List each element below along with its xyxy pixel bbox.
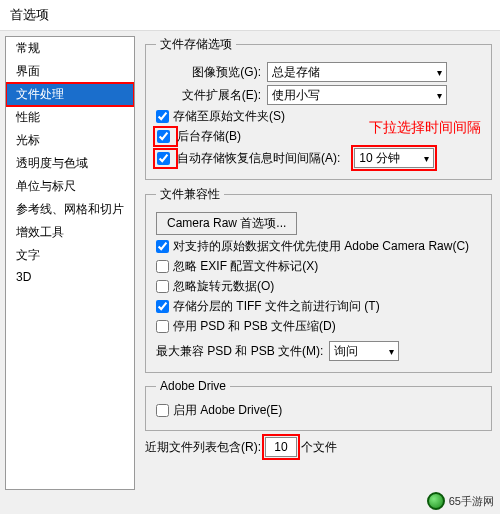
sidebar-item-interface[interactable]: 界面 (6, 60, 134, 83)
main-container: 常规 界面 文件处理 性能 光标 透明度与色域 单位与标尺 参考线、网格和切片 … (0, 31, 500, 495)
sidebar-item-performance[interactable]: 性能 (6, 106, 134, 129)
disable-psd-label: 停用 PSD 和 PSB 文件压缩(D) (173, 318, 336, 335)
save-original-label: 存储至原始文件夹(S) (173, 108, 285, 125)
chevron-down-icon: ▾ (389, 346, 394, 357)
chevron-down-icon: ▾ (424, 153, 429, 164)
file-compat-legend: 文件兼容性 (156, 186, 224, 203)
camera-raw-prefs-button[interactable]: Camera Raw 首选项... (156, 212, 297, 235)
file-extension-value: 使用小写 (272, 87, 320, 104)
background-save-checkbox[interactable] (157, 130, 170, 143)
disable-psd-checkbox[interactable] (156, 320, 169, 333)
chevron-down-icon: ▾ (437, 90, 442, 101)
logo-icon (427, 492, 445, 510)
sidebar-item-3d[interactable]: 3D (6, 267, 134, 287)
auto-save-checkbox[interactable] (157, 152, 170, 165)
ignore-rotation-checkbox[interactable] (156, 280, 169, 293)
watermark-text: 65手游网 (449, 494, 494, 509)
ask-tiff-checkbox[interactable] (156, 300, 169, 313)
max-compat-select[interactable]: 询问 ▾ (329, 341, 399, 361)
adobe-drive-legend: Adobe Drive (156, 379, 230, 393)
recent-files-suffix: 个文件 (301, 439, 337, 456)
auto-save-interval-select[interactable]: 10 分钟 ▾ (354, 148, 434, 168)
sidebar-item-general[interactable]: 常规 (6, 37, 134, 60)
sidebar-item-plugins[interactable]: 增效工具 (6, 221, 134, 244)
enable-drive-checkbox[interactable] (156, 404, 169, 417)
file-extension-label: 文件扩展名(E): (176, 87, 261, 104)
chevron-down-icon: ▾ (437, 67, 442, 78)
watermark: 65手游网 (427, 492, 494, 510)
file-storage-section: 文件存储选项 下拉选择时间间隔 图像预览(G): 总是存储 ▾ 文件扩展名(E)… (145, 36, 492, 180)
auto-save-label: 自动存储恢复信息时间间隔(A): (177, 150, 340, 167)
enable-drive-label: 启用 Adobe Drive(E) (173, 402, 282, 419)
sidebar: 常规 界面 文件处理 性能 光标 透明度与色域 单位与标尺 参考线、网格和切片 … (5, 36, 135, 490)
sidebar-item-units[interactable]: 单位与标尺 (6, 175, 134, 198)
sidebar-item-cursors[interactable]: 光标 (6, 129, 134, 152)
prefer-raw-checkbox[interactable] (156, 240, 169, 253)
image-preview-select[interactable]: 总是存储 ▾ (267, 62, 447, 82)
prefer-raw-label: 对支持的原始数据文件优先使用 Adobe Camera Raw(C) (173, 238, 469, 255)
ignore-exif-checkbox[interactable] (156, 260, 169, 273)
adobe-drive-section: Adobe Drive 启用 Adobe Drive(E) (145, 379, 492, 431)
max-compat-label: 最大兼容 PSD 和 PSB 文件(M): (156, 343, 323, 360)
image-preview-label: 图像预览(G): (176, 64, 261, 81)
save-original-checkbox[interactable] (156, 110, 169, 123)
auto-save-value: 10 分钟 (359, 150, 400, 167)
ignore-exif-label: 忽略 EXIF 配置文件标记(X) (173, 258, 318, 275)
file-storage-legend: 文件存储选项 (156, 36, 236, 53)
sidebar-item-file-handling[interactable]: 文件处理 (6, 83, 134, 106)
image-preview-value: 总是存储 (272, 64, 320, 81)
file-extension-select[interactable]: 使用小写 ▾ (267, 85, 447, 105)
sidebar-item-type[interactable]: 文字 (6, 244, 134, 267)
content-panel: 文件存储选项 下拉选择时间间隔 图像预览(G): 总是存储 ▾ 文件扩展名(E)… (135, 31, 500, 495)
recent-files-prefix: 近期文件列表包含(R): (145, 439, 261, 456)
max-compat-value: 询问 (334, 343, 358, 360)
ignore-rotation-label: 忽略旋转元数据(O) (173, 278, 274, 295)
background-save-label: 后台存储(B) (177, 128, 241, 145)
sidebar-item-transparency[interactable]: 透明度与色域 (6, 152, 134, 175)
window-title: 首选项 (0, 0, 500, 31)
sidebar-item-guides[interactable]: 参考线、网格和切片 (6, 198, 134, 221)
recent-files-input[interactable] (265, 437, 297, 457)
ask-tiff-label: 存储分层的 TIFF 文件之前进行询问 (T) (173, 298, 380, 315)
file-compat-section: 文件兼容性 Camera Raw 首选项... 对支持的原始数据文件优先使用 A… (145, 186, 492, 373)
